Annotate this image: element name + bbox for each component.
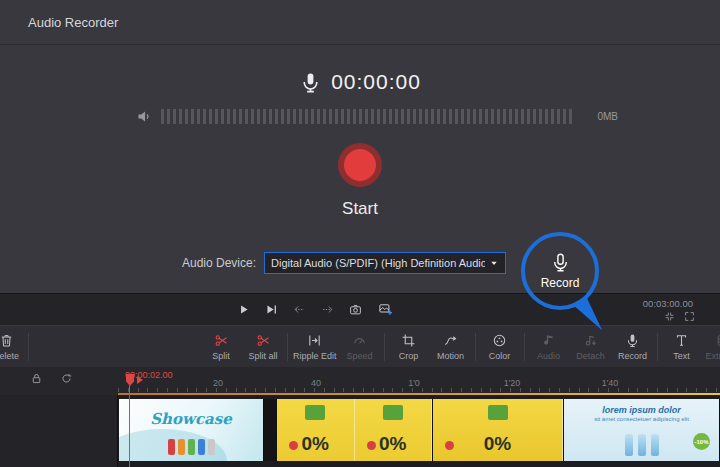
meter-bar xyxy=(209,109,212,124)
toolbar-item-label: Text xyxy=(673,351,690,361)
meter-bar xyxy=(389,109,392,124)
clip-sale-2[interactable]: 0% xyxy=(433,399,564,461)
clip-water[interactable]: lorem ipsum dolor sit amet consectetuer … xyxy=(564,399,720,461)
shrink-preview-icon[interactable] xyxy=(664,311,675,322)
meter-bar xyxy=(455,109,458,124)
meter-bar xyxy=(341,109,344,124)
toolbar-divider xyxy=(524,333,525,361)
toolbar-item-speed: Speed xyxy=(339,333,381,361)
sale-percent-text: 0% xyxy=(484,433,511,455)
next-frame-button[interactable] xyxy=(321,303,334,316)
record-start-button[interactable] xyxy=(338,143,382,187)
toolbar-item-label: Split all xyxy=(248,351,277,361)
playhead[interactable] xyxy=(126,374,146,467)
meter-bar xyxy=(191,109,194,124)
meter-bar xyxy=(539,109,542,124)
meter-bar xyxy=(287,109,290,124)
meter-bar xyxy=(377,109,380,124)
meter-bar xyxy=(299,109,302,124)
previous-frame-button[interactable] xyxy=(293,303,306,316)
meter-bar xyxy=(365,109,368,124)
meter-bar xyxy=(431,109,434,124)
track-header xyxy=(0,395,118,467)
toolbar-divider xyxy=(475,333,476,361)
toolbar-item-ripple-edit[interactable]: Ripple Edit xyxy=(291,333,339,361)
meter-bar xyxy=(323,109,326,124)
meter-bar xyxy=(485,109,488,124)
toolbar-item-label: Delete xyxy=(0,351,19,361)
toolbar-divider xyxy=(287,333,288,361)
meter-bar xyxy=(413,109,416,124)
meter-bar xyxy=(449,109,452,124)
audio-device-row: Audio Device: Digital Audio (S/PDIF) (Hi… xyxy=(0,252,720,274)
meter-bar xyxy=(383,109,386,124)
meter-bar xyxy=(515,109,518,124)
dialog-header: Audio Recorder xyxy=(0,0,720,45)
meter-bar xyxy=(161,109,164,124)
fullscreen-icon[interactable] xyxy=(684,311,695,322)
meter-bar xyxy=(221,109,224,124)
toolbar-item-extractor: Extractor xyxy=(703,333,720,361)
toolbar-item-split[interactable]: Split xyxy=(200,333,242,361)
toolbar-item-split-all[interactable]: Split all xyxy=(242,333,284,361)
recording-size: 0MB xyxy=(597,111,618,122)
toolbar-item-label: Extractor xyxy=(706,351,720,361)
toolbar-item-label: Ripple Edit xyxy=(293,351,337,361)
meter-bar xyxy=(527,109,530,124)
meter-bar xyxy=(509,109,512,124)
crop-icon xyxy=(401,333,416,348)
toolbar-item-color[interactable]: Color xyxy=(479,333,521,361)
preview-controls-bar: 00:03:00.00 xyxy=(0,293,720,325)
meter-bar xyxy=(251,109,254,124)
timeline-ruler[interactable]: 00:00:02.00 20401'01'201'40 xyxy=(0,367,720,395)
toolbar-item-audio: Audio xyxy=(528,333,570,361)
scissors-icon xyxy=(214,333,229,348)
audio-icon xyxy=(541,333,556,348)
audio-device-select[interactable]: Digital Audio (S/PDIF) (High Definition … xyxy=(264,252,506,274)
meter-bar xyxy=(521,109,524,124)
meter-bar xyxy=(407,109,410,124)
meter-bar xyxy=(401,109,404,124)
clip-sale-frame: 0% xyxy=(277,399,355,461)
clip-sale-1[interactable]: 0% 0% xyxy=(277,399,433,461)
clip-water-title: lorem ipsum dolor xyxy=(564,405,719,415)
clip-sale-frame: 0% xyxy=(433,399,563,461)
toolbar-divider xyxy=(28,333,29,361)
play-to-end-button[interactable] xyxy=(265,303,278,316)
color-icon xyxy=(492,333,507,348)
meter-bar xyxy=(233,109,236,124)
meter-bar xyxy=(563,109,566,124)
toolbar-item-record[interactable]: Record xyxy=(612,333,654,361)
video-editor-window: Audio Recorder 00:00:00 0MB Start Audio … xyxy=(0,0,720,467)
lock-track-icon[interactable] xyxy=(30,372,43,385)
recording-timer: 00:00:00 xyxy=(331,70,421,94)
loop-icon[interactable] xyxy=(60,372,73,385)
snapshot-button[interactable] xyxy=(349,303,362,316)
toolbar-item-delete[interactable]: Delete xyxy=(0,333,25,361)
playhead-handle[interactable] xyxy=(126,374,134,386)
meter-bar xyxy=(239,109,242,124)
meter-bar xyxy=(443,109,446,124)
meter-bar xyxy=(305,109,308,124)
meter-bar xyxy=(545,109,548,124)
transport-controls xyxy=(237,294,394,325)
transition-marker[interactable] xyxy=(264,399,277,461)
add-to-track-button[interactable] xyxy=(377,302,394,317)
ruler-label: 40 xyxy=(311,378,321,388)
toolbar-item-text[interactable]: Text xyxy=(661,333,703,361)
meter-bar xyxy=(473,109,476,124)
play-button[interactable] xyxy=(237,303,250,316)
meter-bar xyxy=(263,109,266,124)
meter-bar xyxy=(281,109,284,124)
clip-water-subtitle: sit amet consectetuer adipiscing elit xyxy=(564,416,719,422)
toolbar-item-crop[interactable]: Crop xyxy=(388,333,430,361)
meter-bar xyxy=(185,109,188,124)
toolbar-item-motion[interactable]: Motion xyxy=(430,333,472,361)
meter-bar xyxy=(491,109,494,124)
meter-bar xyxy=(311,109,314,124)
record-callout: Record xyxy=(521,232,599,310)
video-track: Showcase 0% 0% 0% lorem ipsum dolor sit … xyxy=(119,399,720,461)
discount-badge: -10% xyxy=(693,433,710,450)
text-icon xyxy=(674,333,689,348)
timeline-tracks: Showcase 0% 0% 0% lorem ipsum dolor sit … xyxy=(0,395,720,467)
